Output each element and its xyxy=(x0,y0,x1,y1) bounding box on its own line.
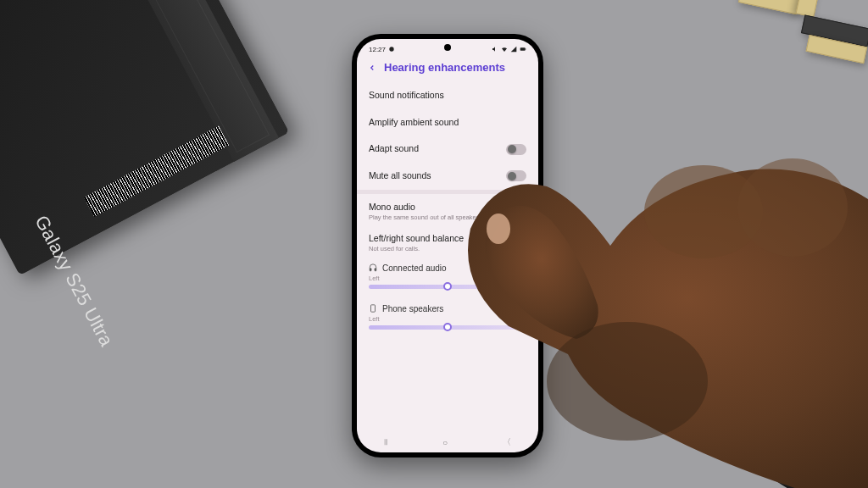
chevron-left-icon xyxy=(368,64,376,72)
item-label: Mute all sounds xyxy=(369,170,499,182)
page-header: Hearing enhancements xyxy=(357,56,538,82)
slider-left-label: Left xyxy=(369,315,380,323)
status-time: 12:27 xyxy=(369,46,386,53)
section-title: Phone speakers xyxy=(382,304,443,313)
recents-button[interactable]: ⦀ xyxy=(384,437,387,447)
svg-rect-1 xyxy=(520,47,526,50)
svg-point-0 xyxy=(389,47,393,51)
back-nav-button[interactable]: 〈 xyxy=(503,436,511,448)
slider-thumb[interactable] xyxy=(443,282,452,291)
section-connected-audio: Connected audio xyxy=(357,257,538,274)
item-adapt-sound[interactable]: Adapt sound xyxy=(357,136,538,163)
slider-thumb[interactable] xyxy=(443,323,452,331)
item-label: Amplify ambient sound xyxy=(369,117,526,129)
item-label: Adapt sound xyxy=(369,143,499,155)
box-side-panel xyxy=(103,0,279,162)
section-title: Connected audio xyxy=(382,263,447,273)
svg-point-7 xyxy=(737,158,848,257)
item-label: Left/right sound balance xyxy=(369,233,526,245)
svg-rect-5 xyxy=(371,305,376,312)
section-phone-speakers: Phone speakers xyxy=(357,297,538,315)
slider-right-label: Right xyxy=(511,315,526,323)
wooden-block-prop xyxy=(713,0,868,119)
item-sound-balance[interactable]: Left/right sound balance Not used for ca… xyxy=(357,230,538,257)
phone-frame: 12:27 Hearing enhancements Sound notific… xyxy=(352,34,543,458)
wifi-icon xyxy=(501,46,508,53)
barcode-icon xyxy=(84,125,229,216)
item-sound-notifications[interactable]: Sound notifications xyxy=(357,82,538,109)
item-sublabel: Not used for calls. xyxy=(369,245,526,252)
back-button[interactable] xyxy=(367,63,377,73)
cable-plug xyxy=(791,409,812,427)
notification-icon xyxy=(388,46,395,53)
item-sublabel: Play the same sound out of all speakers. xyxy=(369,214,499,221)
svg-point-9 xyxy=(547,322,708,441)
settings-list: Sound notifications Amplify ambient soun… xyxy=(357,82,538,432)
mute-all-toggle[interactable] xyxy=(506,170,526,181)
svg-rect-2 xyxy=(526,48,526,49)
item-mute-all-sounds[interactable]: Mute all sounds xyxy=(357,163,538,190)
mono-audio-toggle[interactable] xyxy=(506,206,526,217)
svg-point-6 xyxy=(644,165,763,258)
volume-icon xyxy=(492,46,498,53)
phone-icon xyxy=(369,304,377,313)
adapt-sound-toggle[interactable] xyxy=(506,144,526,155)
phone-screen: 12:27 Hearing enhancements Sound notific… xyxy=(357,39,538,452)
android-navbar: ⦀ ○ 〈 xyxy=(357,432,538,452)
home-button[interactable]: ○ xyxy=(442,438,448,447)
page-title: Hearing enhancements xyxy=(384,61,505,74)
item-label: Mono audio xyxy=(369,202,499,214)
connected-audio-slider[interactable] xyxy=(369,285,526,289)
signal-icon xyxy=(510,46,517,53)
product-box: Galaxy S25 Ultra xyxy=(0,0,289,275)
item-amplify-ambient[interactable]: Amplify ambient sound xyxy=(357,109,538,136)
camera-hole-icon xyxy=(444,44,451,51)
svg-rect-4 xyxy=(375,269,376,271)
item-mono-audio[interactable]: Mono audio Play the same sound out of al… xyxy=(357,194,538,230)
phone-speakers-slider[interactable] xyxy=(369,325,526,330)
slider-left-label: Left xyxy=(369,274,380,282)
item-label: Sound notifications xyxy=(369,90,526,102)
headphones-icon xyxy=(369,263,377,272)
battery-icon xyxy=(520,46,526,53)
cable-prop xyxy=(746,410,868,488)
box-product-name: Galaxy S25 Ultra xyxy=(30,212,117,350)
svg-rect-3 xyxy=(370,269,371,271)
